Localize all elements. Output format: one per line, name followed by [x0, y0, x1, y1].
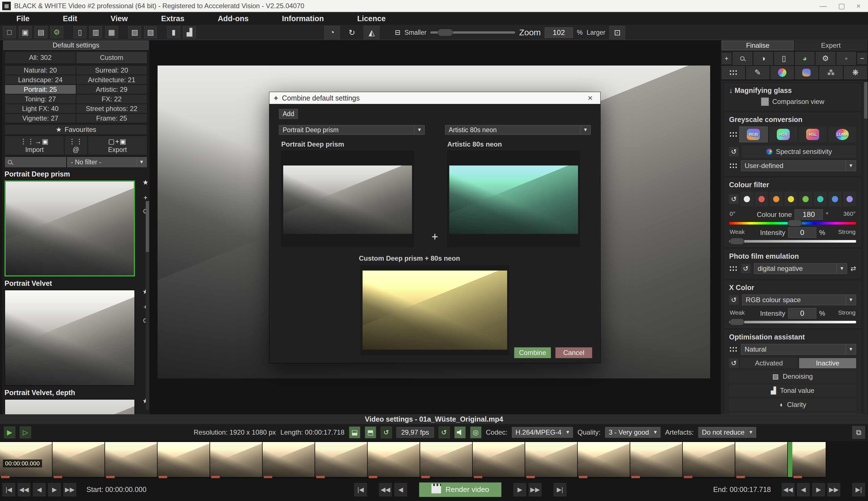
share-button[interactable]: ⋮⋮ @ [65, 136, 87, 155]
timeline-frame[interactable] [420, 442, 473, 477]
add-button[interactable]: Add [279, 109, 298, 119]
colour-tone-value[interactable]: 180 [795, 209, 823, 220]
zoom-out-icon[interactable]: ⊟ [395, 29, 400, 36]
category-all[interactable]: All: 302 [5, 52, 76, 63]
tab-finalise[interactable]: Finalise [722, 41, 794, 50]
timeline-frame[interactable] [525, 442, 578, 477]
tonal-value-row[interactable]: ▟ Tonal value [729, 385, 856, 396]
category-toning[interactable]: Toning: 27 [5, 95, 76, 103]
snapshot-icon[interactable]: ⧉ [852, 426, 865, 439]
colour-ball-icon[interactable]: ◕ [795, 52, 815, 65]
timeline-frame[interactable] [210, 442, 262, 477]
import-button[interactable]: ⋮⋮→▣ Import [5, 136, 64, 155]
dialog-title-bar[interactable]: + Combine default settings × [269, 92, 600, 104]
reset-icon[interactable]: ↺ [741, 264, 751, 273]
gear-tool-icon[interactable]: ⚙ [816, 52, 835, 65]
redo-icon[interactable]: ↻ [344, 26, 360, 39]
preset-thumbnail[interactable] [4, 399, 135, 414]
reset-icon[interactable]: ↺ [729, 194, 739, 204]
step-back-button[interactable]: ◀ [394, 483, 407, 497]
step-forward-button[interactable]: ▶ [48, 483, 61, 497]
timeline-frame[interactable] [105, 442, 158, 477]
menu-view[interactable]: View [111, 14, 128, 23]
x-intensity-knob[interactable] [730, 319, 744, 325]
reset-audio-icon[interactable]: ↺ [439, 426, 450, 438]
preset-thumbnail-selected[interactable] [4, 180, 135, 277]
close-icon[interactable]: × [856, 2, 861, 10]
colour-tone-slider[interactable] [729, 222, 856, 224]
fast-forward-button[interactable]: ▶▶ [528, 483, 542, 497]
timeline-frame[interactable] [262, 442, 315, 477]
loop-play-icon[interactable]: ▷ [20, 426, 31, 438]
fullscreen-icon[interactable]: ⊡ [609, 26, 625, 39]
filter-dot-green[interactable] [799, 192, 812, 206]
timeline-frame[interactable] [53, 442, 105, 477]
metronome-icon[interactable]: ◎ [470, 426, 481, 438]
export-button[interactable]: ▢+▣ Export [88, 136, 147, 155]
filter-dot-white[interactable] [740, 192, 753, 206]
category-portrait[interactable]: Portrait: 25 [5, 85, 76, 94]
greyscale-mode-rgb[interactable]: RGB [739, 127, 768, 142]
spectral-sensitivity-label[interactable]: Spectral sensitivity [776, 148, 832, 156]
drop-tool-icon[interactable]: ◦ [837, 52, 856, 65]
render-video-button[interactable]: Render video [419, 482, 502, 497]
node-graph-icon[interactable]: ⁂ [819, 66, 843, 79]
preset-grid-icon[interactable] [729, 163, 738, 169]
reset-icon[interactable]: ↺ [729, 295, 739, 305]
user-defined-dropdown[interactable]: User-defined ▼ [741, 160, 856, 171]
timeline-frame[interactable] [735, 442, 788, 477]
zoom-slider[interactable] [430, 31, 515, 34]
timeline-frame[interactable] [683, 442, 735, 477]
star-icon[interactable]: ★ [142, 179, 149, 186]
minimize-icon[interactable]: — [819, 2, 827, 10]
contrast-tool-icon[interactable]: ◑ [754, 52, 773, 65]
filter-dot-orange[interactable] [770, 192, 783, 206]
category-fx[interactable]: FX: 22 [76, 95, 147, 103]
collapse-arrow-icon[interactable]: ↓ [729, 86, 733, 94]
reset-icon[interactable]: ↺ [729, 147, 739, 157]
x-intensity-slider[interactable] [729, 321, 856, 323]
preset-item[interactable]: Portrait Deep prism ★ + [2, 167, 150, 277]
greyscale-mode-luma[interactable]: LUMA [828, 127, 856, 142]
timeline-frame[interactable] [158, 442, 210, 477]
filter-dot-yellow[interactable] [784, 192, 797, 206]
speaker-icon[interactable] [454, 426, 465, 438]
preset-thumbnail[interactable] [4, 290, 135, 386]
filter-dot-teal[interactable] [814, 192, 827, 206]
colour-tone-knob[interactable] [787, 220, 802, 226]
fast-forward-button[interactable]: ▶▶ [63, 483, 76, 497]
zoom-slider-knob[interactable] [438, 29, 453, 36]
greyscale-mode-hsl[interactable]: HSL [799, 127, 827, 142]
plus-icon[interactable]: + [143, 412, 147, 414]
print-batch-icon[interactable]: ▦ [105, 26, 118, 39]
fast-rewind-button[interactable]: ◀◀ [18, 483, 31, 497]
left-preset-dropdown[interactable]: Portrait Deep prism ▼ [279, 125, 425, 135]
colour-wheel-icon[interactable] [771, 66, 794, 79]
codec-dropdown[interactable]: H.264/MPEG-4▼ [512, 427, 573, 438]
step-back-button[interactable]: ◀ [797, 483, 810, 497]
timeline-end-marker[interactable] [788, 442, 792, 477]
menu-file[interactable]: File [17, 14, 30, 23]
maximize-icon[interactable]: ▢ [838, 2, 845, 10]
save-icon[interactable]: ▣ [19, 26, 32, 39]
transfer-icon[interactable]: ⇄ [850, 265, 856, 273]
denoising-row[interactable]: ▨ Denoising [729, 371, 856, 382]
jump-start-button[interactable]: |◀ [354, 483, 367, 497]
timeline-frame[interactable] [315, 442, 368, 477]
timeline-frame[interactable] [473, 442, 525, 477]
width-lock-icon[interactable]: ⬓ [349, 426, 360, 438]
play-icon[interactable]: ▶ [4, 426, 15, 438]
grain-tool-icon[interactable] [722, 66, 745, 79]
menu-licence[interactable]: Licence [357, 14, 386, 23]
timeline-frame[interactable] [578, 442, 630, 477]
clarity-row[interactable]: ◖ Clarity [729, 399, 856, 411]
export-film-icon[interactable]: ▨ [144, 26, 157, 39]
menu-addons[interactable]: Add-ons [218, 14, 248, 23]
step-forward-button[interactable]: ▶ [812, 483, 825, 497]
fps-field[interactable]: 29,97 fps [396, 427, 434, 438]
file-icon[interactable]: ▯ [73, 26, 86, 39]
greyscale-mode-hsv[interactable]: HSV [770, 127, 797, 142]
new-project-icon[interactable]: □ [3, 26, 16, 39]
right-preset-dropdown[interactable]: Artistic 80s neon ▼ [445, 125, 591, 135]
timeline-frame[interactable] [792, 442, 826, 477]
